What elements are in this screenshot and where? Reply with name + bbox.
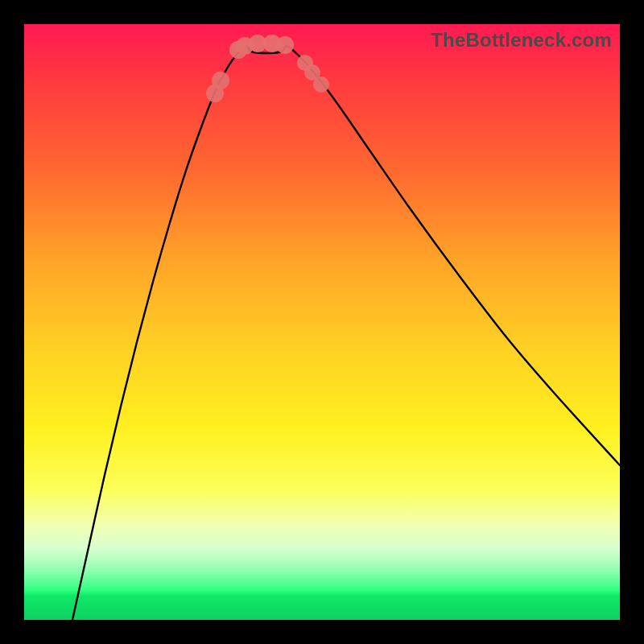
marker-group [206, 35, 329, 102]
data-marker [212, 72, 229, 89]
watermark-text: TheBottleneck.com [431, 29, 612, 52]
bottleneck-curve [72, 46, 620, 620]
curve-group [72, 46, 620, 620]
chart-svg [24, 24, 620, 620]
outer-frame: TheBottleneck.com [0, 0, 644, 644]
plot-area: TheBottleneck.com [24, 24, 620, 620]
data-marker [276, 36, 294, 54]
data-marker [313, 76, 329, 93]
